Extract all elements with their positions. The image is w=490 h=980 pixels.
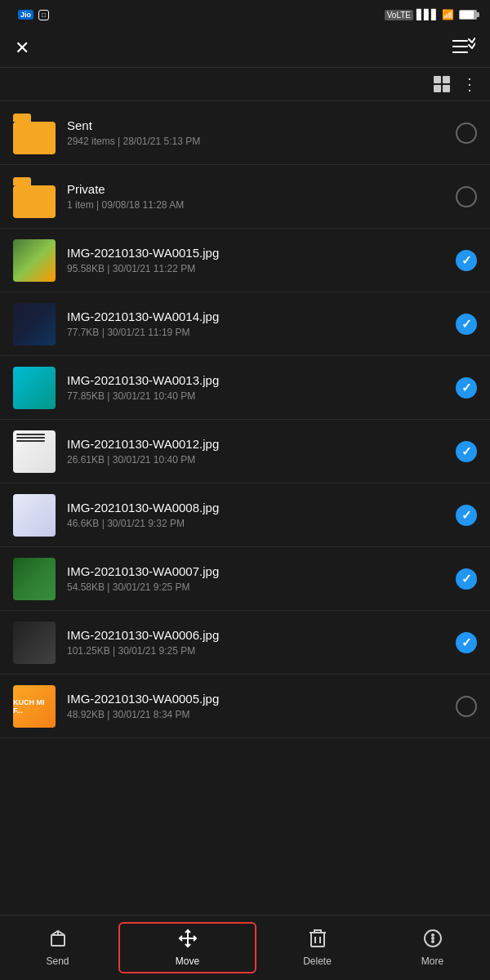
file-name: Private [67,182,448,196]
file-meta: 26.61KB | 30/01/21 10:40 PM [67,454,448,466]
file-info: IMG-20210130-WA0006.jpg 101.25KB | 30/01… [67,628,448,657]
file-item-img-13[interactable]: IMG-20210130-WA0013.jpg 77.85KB | 30/01/… [0,356,490,420]
file-name: IMG-20210130-WA0006.jpg [67,628,448,642]
move-icon [178,929,198,951]
svg-rect-3 [51,935,65,946]
send-label: Send [46,956,69,967]
file-meta: 77.85KB | 30/01/21 10:40 PM [67,390,448,402]
file-list: Sent 2942 items | 28/01/21 5:13 PM Priva… [0,101,490,738]
folder-icon [13,176,56,218]
file-info: IMG-20210130-WA0005.jpg 48.92KB | 30/01/… [67,692,448,720]
file-item-img-8[interactable]: IMG-20210130-WA0008.jpg 46.6KB | 30/01/2… [0,483,490,547]
file-name: IMG-20210130-WA0015.jpg [67,246,448,260]
delete-icon [309,929,327,951]
carrier-badge: Jio [18,10,33,20]
file-info: Sent 2942 items | 28/01/21 5:13 PM [67,118,448,147]
image-thumbnail [13,494,56,537]
file-info: IMG-20210130-WA0007.jpg 54.58KB | 30/01/… [67,564,448,593]
file-item-img-5[interactable]: KUCH MI F... IMG-20210130-WA0005.jpg 48.… [0,675,490,738]
file-meta: 46.6KB | 30/01/21 9:32 PM [67,518,448,529]
file-info: IMG-20210130-WA0014.jpg 77.7KB | 30/01/2… [67,310,448,338]
file-info: Private 1 item | 09/08/18 11:28 AM [67,182,448,211]
file-item-img-6[interactable]: IMG-20210130-WA0006.jpg 101.25KB | 30/01… [0,611,490,675]
image-thumbnail [13,621,56,664]
file-meta: 48.92KB | 30/01/21 8:34 PM [67,709,448,720]
file-info: IMG-20210130-WA0008.jpg 46.6KB | 30/01/2… [67,501,448,529]
file-name: IMG-20210130-WA0008.jpg [67,501,448,514]
file-info: IMG-20210130-WA0012.jpg 26.61KB | 30/01/… [67,437,448,466]
file-name: IMG-20210130-WA0012.jpg [67,437,448,451]
file-meta: 1 item | 09/08/18 11:28 AM [67,199,448,211]
image-thumbnail [13,303,56,345]
selection-checkbox[interactable] [456,696,477,717]
wifi-icon: 📶 [442,9,454,20]
file-item-img-7[interactable]: IMG-20210130-WA0007.jpg 54.58KB | 30/01/… [0,547,490,611]
svg-rect-7 [311,933,324,947]
selection-checkbox[interactable] [456,441,477,462]
file-name: IMG-20210130-WA0005.jpg [67,692,448,706]
selection-checkbox[interactable] [456,250,477,271]
signal-bars: ▋▋▋ [416,9,439,20]
selection-checkbox[interactable] [456,505,477,526]
image-thumbnail [13,367,56,409]
file-meta: 2942 items | 28/01/21 5:13 PM [67,136,448,147]
image-thumbnail: KUCH MI F... [13,685,56,728]
image-thumbnail [13,239,56,282]
status-bar: Jio □ VoLTE ▋▋▋ 📶 [0,0,490,29]
grid-view-button[interactable] [434,76,450,92]
file-item-sent-folder[interactable]: Sent 2942 items | 28/01/21 5:13 PM [0,101,490,165]
file-name: IMG-20210130-WA0014.jpg [67,310,448,323]
close-button[interactable]: ✕ [15,39,29,57]
file-name: IMG-20210130-WA0007.jpg [67,564,448,578]
more-options-button[interactable]: ⋮ [461,80,479,88]
file-item-img-15[interactable]: IMG-20210130-WA0015.jpg 95.58KB | 30/01/… [0,229,490,292]
image-thumbnail [13,558,56,600]
file-name: Sent [67,118,448,132]
send-nav-item[interactable]: Send [0,922,115,973]
svg-point-13 [432,941,434,942]
file-meta: 101.25KB | 30/01/21 9:25 PM [67,645,448,657]
more-nav-item[interactable]: More [375,922,490,973]
file-item-img-14[interactable]: IMG-20210130-WA0014.jpg 77.7KB | 30/01/2… [0,292,490,356]
top-bar: ✕ [0,29,490,68]
file-name: IMG-20210130-WA0013.jpg [67,373,448,387]
file-info: IMG-20210130-WA0015.jpg 95.58KB | 30/01/… [67,246,448,274]
file-meta: 77.7KB | 30/01/21 11:19 PM [67,327,448,338]
selection-checkbox[interactable] [456,377,477,399]
svg-point-11 [432,934,434,936]
more-icon [423,929,443,951]
send-icon [48,929,68,951]
selection-checkbox[interactable] [456,122,477,144]
move-label: Move [176,956,199,967]
svg-point-12 [432,938,434,939]
delete-label: Delete [303,956,332,967]
file-info: IMG-20210130-WA0013.jpg 77.85KB | 30/01/… [67,373,448,402]
breadcrumb-icons: ⋮ [434,76,479,92]
bottom-navigation: Send Move Delete [0,915,490,980]
select-all-button[interactable] [452,38,475,59]
battery-icon [457,10,477,20]
status-time: Jio □ [13,10,49,20]
delete-nav-item[interactable]: Delete [260,922,375,973]
status-icons: VoLTE ▋▋▋ 📶 [381,9,477,20]
move-nav-item[interactable]: Move [118,922,256,973]
file-item-img-12[interactable]: IMG-20210130-WA0012.jpg 26.61KB | 30/01/… [0,420,490,483]
breadcrumb: ⋮ [0,68,490,101]
selection-checkbox[interactable] [456,568,477,590]
image-thumbnail [13,430,56,473]
volte-icon: VoLTE [385,10,413,20]
selection-checkbox[interactable] [456,314,477,335]
file-meta: 95.58KB | 30/01/21 11:22 PM [67,263,448,274]
selection-checkbox[interactable] [456,186,477,207]
sim-badge: □ [38,10,49,20]
more-label: More [421,956,443,967]
selection-checkbox[interactable] [456,632,477,653]
file-meta: 54.58KB | 30/01/21 9:25 PM [67,581,448,593]
file-item-private-folder[interactable]: Private 1 item | 09/08/18 11:28 AM [0,165,490,229]
folder-icon [13,112,56,154]
